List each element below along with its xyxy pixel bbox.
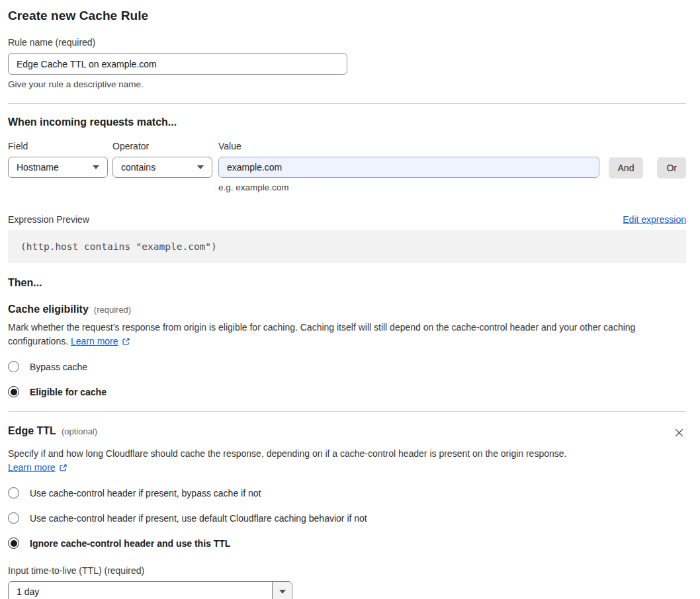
- ttl-option-default-behavior: Use cache-control header if present, use…: [8, 512, 686, 524]
- optional-badge: (optional): [62, 426, 97, 436]
- ttl-option-radio[interactable]: [8, 487, 19, 499]
- or-button[interactable]: Or: [657, 157, 686, 179]
- value-column: Value e.g. example.com: [218, 141, 599, 192]
- radio-option-label: Ignore cache-control header and use this…: [30, 538, 230, 549]
- ttl-option-radio[interactable]: [8, 512, 19, 524]
- ttl-option-bypass: Use cache-control header if present, byp…: [8, 487, 686, 499]
- match-section-heading: When incoming requests match...: [8, 116, 686, 128]
- ttl-select[interactable]: 1 day: [8, 581, 292, 599]
- radio-option-label: Use cache-control header if present, byp…: [30, 488, 261, 499]
- rule-name-input[interactable]: [8, 53, 347, 75]
- ttl-option-ignore-header: Ignore cache-control header and use this…: [8, 538, 686, 549]
- value-input[interactable]: [218, 157, 599, 178]
- field-column: Field Hostname: [8, 141, 108, 178]
- external-link-icon: [122, 337, 130, 346]
- rule-name-helper: Give your rule a descriptive name.: [8, 79, 347, 89]
- field-select[interactable]: Hostname: [8, 157, 108, 178]
- rule-name-label: Rule name (required): [8, 37, 347, 48]
- required-badge: (required): [94, 305, 131, 315]
- field-label: Field: [8, 141, 108, 151]
- field-select-value: Hostname: [17, 162, 59, 173]
- learn-more-link[interactable]: Learn more: [8, 462, 67, 473]
- bypass-cache-radio[interactable]: [8, 361, 19, 372]
- chevron-down-icon: [197, 165, 204, 169]
- edit-expression-link[interactable]: Edit expression: [623, 214, 686, 225]
- chevron-down-icon: [93, 165, 99, 169]
- eligible-for-cache-option: Eligible for cache: [8, 386, 686, 397]
- ttl-option-radio[interactable]: [8, 538, 19, 549]
- create-cache-rule-form: Create new Cache Rule Rule name (require…: [0, 0, 700, 599]
- chevron-down-icon: [279, 590, 286, 594]
- ttl-select-arrow[interactable]: [272, 582, 292, 599]
- close-icon[interactable]: [672, 426, 686, 442]
- divider: [8, 103, 686, 104]
- learn-more-label: Learn more: [71, 336, 118, 346]
- cache-eligibility-description: Mark whether the request’s response from…: [8, 321, 686, 348]
- radio-option-label: Use cache-control header if present, use…: [30, 513, 367, 524]
- edge-ttl-heading: Edge TTL: [8, 425, 56, 437]
- value-label: Value: [218, 141, 599, 151]
- expression-code-text: (http.host contains "example.com"): [21, 241, 217, 252]
- cache-eligibility-heading: Cache eligibility: [8, 303, 89, 315]
- ttl-select-value: 1 day: [9, 582, 272, 599]
- divider: [8, 411, 686, 412]
- then-heading: Then...: [8, 277, 686, 289]
- expression-preview-label: Expression Preview: [8, 214, 89, 225]
- edge-ttl-description: Specify if and how long Cloudflare shoul…: [8, 447, 567, 475]
- and-button[interactable]: And: [609, 157, 644, 179]
- edge-ttl-header-row: Edge TTL (optional): [8, 425, 686, 442]
- match-condition-row: Field Hostname Operator contains Value e…: [8, 141, 686, 192]
- operator-label: Operator: [112, 141, 212, 151]
- page-title: Create new Cache Rule: [8, 9, 686, 23]
- ttl-input-label: Input time-to-live (TTL) (required): [8, 565, 686, 576]
- radio-option-label: Bypass cache: [30, 362, 87, 372]
- value-helper: e.g. example.com: [218, 182, 599, 192]
- description-text: Specify if and how long Cloudflare shoul…: [8, 448, 566, 459]
- eligible-for-cache-radio[interactable]: [8, 386, 19, 397]
- operator-column: Operator contains: [112, 141, 212, 178]
- learn-more-link[interactable]: Learn more: [71, 336, 130, 346]
- expression-preview-code: (http.host contains "example.com"): [8, 230, 686, 263]
- edge-ttl-title-row: Edge TTL (optional): [8, 425, 672, 437]
- rule-name-group: Rule name (required) Give your rule a de…: [8, 37, 347, 89]
- operator-select-value: contains: [121, 162, 155, 173]
- radio-option-label: Eligible for cache: [30, 387, 107, 397]
- operator-select[interactable]: contains: [112, 157, 212, 178]
- expression-preview-header: Expression Preview Edit expression: [8, 214, 686, 225]
- bypass-cache-option: Bypass cache: [8, 361, 686, 372]
- external-link-icon: [59, 463, 67, 472]
- cache-eligibility-title-row: Cache eligibility (required): [8, 303, 686, 315]
- learn-more-label: Learn more: [8, 462, 56, 473]
